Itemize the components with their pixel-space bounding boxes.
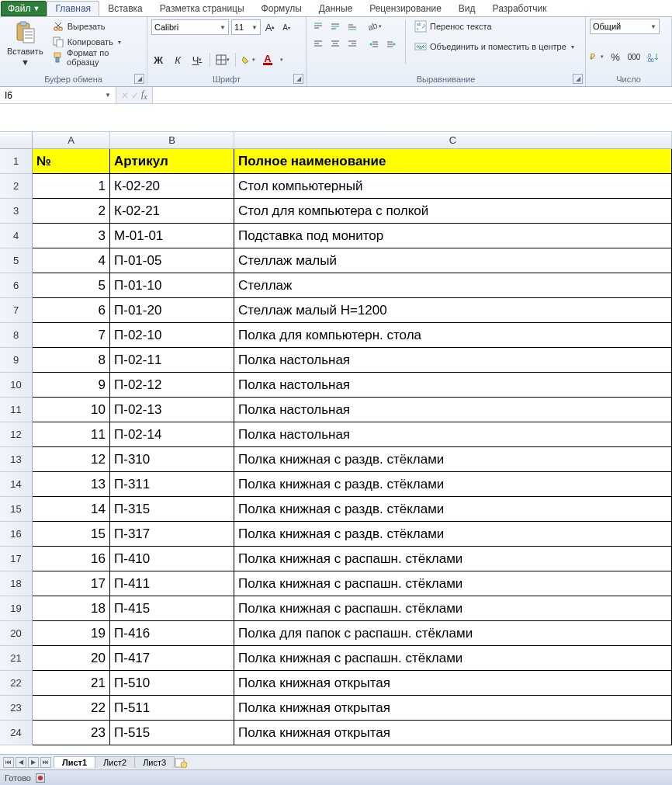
macro-record-icon[interactable] — [36, 773, 45, 783]
row-header[interactable]: 21 — [0, 646, 33, 671]
row-header[interactable]: 23 — [0, 696, 33, 721]
cell[interactable]: П-515 — [110, 721, 234, 745]
cell[interactable]: 4 — [33, 248, 110, 273]
cell[interactable]: П-01-10 — [110, 273, 234, 298]
tab-Данные[interactable]: Данные — [310, 1, 361, 16]
cell[interactable]: П-02-10 — [110, 323, 234, 348]
cell[interactable]: 18 — [33, 596, 110, 621]
row-header[interactable]: 13 — [0, 447, 33, 472]
col-header-A[interactable]: A — [33, 132, 110, 148]
cell[interactable]: К-02-20 — [110, 174, 234, 199]
file-tab[interactable]: Файл ▼ — [1, 1, 47, 16]
select-all-corner[interactable] — [0, 132, 33, 148]
font-color-button[interactable]: A — [261, 53, 275, 67]
spreadsheet-grid[interactable]: A B C 1№АртикулПолное наименование21К-02… — [0, 132, 672, 754]
cell[interactable]: 6 — [33, 298, 110, 323]
row-header[interactable]: 18 — [0, 571, 33, 596]
cell[interactable]: 3 — [33, 224, 110, 248]
cell[interactable]: Полка книжная с распашн. стёклами — [234, 646, 672, 671]
fx-icon[interactable]: fx — [141, 89, 147, 101]
cell[interactable]: 22 — [33, 696, 110, 721]
cell[interactable]: Стеллаж — [234, 273, 672, 298]
cell[interactable]: Полка книжная с распашн. стёклами — [234, 547, 672, 571]
dialog-launcher-icon[interactable]: ◢ — [293, 74, 303, 84]
row-header[interactable]: 2 — [0, 174, 33, 199]
row-header[interactable]: 22 — [0, 671, 33, 696]
cell[interactable]: № — [33, 149, 110, 174]
cell[interactable]: П-416 — [110, 621, 234, 646]
cell[interactable]: П-415 — [110, 596, 234, 621]
cell[interactable]: Полка книжная с раздв. стёклами — [234, 522, 672, 547]
cell[interactable]: П-01-05 — [110, 248, 234, 273]
percent-button[interactable]: % — [608, 50, 622, 64]
cell[interactable]: П-310 — [110, 447, 234, 472]
row-header[interactable]: 9 — [0, 348, 33, 373]
cell[interactable]: Полка книжная открытая — [234, 671, 672, 696]
row-header[interactable]: 17 — [0, 547, 33, 571]
align-right-button[interactable] — [345, 36, 360, 51]
cell[interactable]: П-411 — [110, 571, 234, 596]
cell[interactable]: Стеллаж малый Н=1200 — [234, 298, 672, 323]
font-name-combo[interactable]: Calibri▼ — [151, 19, 229, 35]
cell[interactable]: 13 — [33, 472, 110, 497]
sheet-tab-Лист2[interactable]: Лист2 — [95, 756, 135, 768]
cell[interactable]: 17 — [33, 571, 110, 596]
row-header[interactable]: 5 — [0, 248, 33, 273]
italic-button[interactable]: К — [171, 53, 185, 67]
row-header[interactable]: 20 — [0, 621, 33, 646]
number-format-combo[interactable]: Общий▼ — [590, 19, 660, 34]
row-header[interactable]: 24 — [0, 721, 33, 745]
increase-decimal-button[interactable]: ,0,00 — [646, 50, 660, 64]
row-header[interactable]: 12 — [0, 422, 33, 447]
align-center-button[interactable] — [327, 36, 343, 51]
align-top-button[interactable] — [310, 19, 326, 34]
row-header[interactable]: 11 — [0, 398, 33, 422]
decrease-indent-button[interactable] — [366, 37, 382, 53]
cell[interactable]: Полка настольная — [234, 373, 672, 398]
new-sheet-button[interactable] — [175, 757, 189, 768]
cell[interactable]: 20 — [33, 646, 110, 671]
tab-Вставка[interactable]: Вставка — [99, 1, 151, 16]
cell[interactable]: Полка книжная с распашн. стёклами — [234, 571, 672, 596]
cell[interactable]: 9 — [33, 373, 110, 398]
align-bottom-button[interactable] — [345, 19, 360, 34]
cell[interactable]: П-01-20 — [110, 298, 234, 323]
cancel-formula-icon[interactable]: ✕ — [121, 90, 129, 101]
dialog-launcher-icon[interactable]: ◢ — [134, 74, 144, 84]
cell[interactable]: Полка настольная — [234, 348, 672, 373]
underline-button[interactable]: Ч▾ — [190, 53, 204, 67]
cell[interactable]: П-02-14 — [110, 422, 234, 447]
wrap-text-button[interactable]: abc Перенос текста — [412, 19, 577, 34]
cell[interactable]: К-02-21 — [110, 199, 234, 224]
cell[interactable]: Полка книжная с раздв. стёклами — [234, 497, 672, 522]
row-header[interactable]: 4 — [0, 224, 33, 248]
format-painter-button[interactable]: Формат по образцу — [50, 50, 143, 65]
cell[interactable]: Подставка под монитор — [234, 224, 672, 248]
row-header[interactable]: 19 — [0, 596, 33, 621]
font-size-combo[interactable]: 11▼ — [231, 19, 261, 35]
col-header-C[interactable]: C — [234, 132, 672, 148]
comma-button[interactable]: 000 — [627, 50, 641, 64]
cell[interactable]: 15 — [33, 522, 110, 547]
cell[interactable]: 14 — [33, 497, 110, 522]
align-left-button[interactable] — [310, 36, 326, 51]
tab-Рецензирование[interactable]: Рецензирование — [361, 1, 450, 16]
cell[interactable]: Полка книжная с раздв. стёклами — [234, 447, 672, 472]
cell[interactable]: П-510 — [110, 671, 234, 696]
col-header-B[interactable]: B — [110, 132, 234, 148]
align-middle-button[interactable] — [327, 19, 343, 34]
dialog-launcher-icon[interactable]: ◢ — [573, 74, 583, 84]
cell[interactable]: Полка настольная — [234, 422, 672, 447]
cell[interactable]: Полка книжная открытая — [234, 696, 672, 721]
decrease-font-button[interactable]: A▾ — [279, 20, 293, 34]
row-header[interactable]: 3 — [0, 199, 33, 224]
row-header[interactable]: 8 — [0, 323, 33, 348]
row-header[interactable]: 7 — [0, 298, 33, 323]
currency-button[interactable]: ₽▾ — [590, 50, 604, 64]
cut-button[interactable]: Вырезать — [50, 19, 143, 34]
cell[interactable]: Стол компьютерный — [234, 174, 672, 199]
sheet-tab-Лист3[interactable]: Лист3 — [134, 756, 175, 768]
cell[interactable]: М-01-01 — [110, 224, 234, 248]
cell[interactable]: Полка для компьютерн. стола — [234, 323, 672, 348]
cell[interactable]: П-02-13 — [110, 398, 234, 422]
